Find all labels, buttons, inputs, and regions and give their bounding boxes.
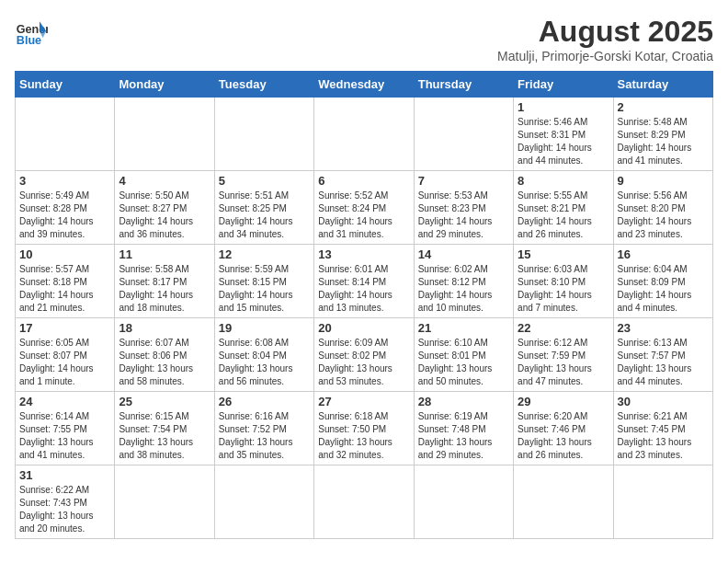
day-number: 30	[618, 395, 709, 408]
calendar-cell: 21Sunrise: 6:10 AM Sunset: 8:01 PM Dayli…	[414, 318, 513, 392]
day-info: Sunrise: 6:12 AM Sunset: 7:59 PM Dayligh…	[518, 337, 609, 388]
calendar-cell: 9Sunrise: 5:56 AM Sunset: 8:20 PM Daylig…	[613, 171, 712, 245]
day-info: Sunrise: 5:55 AM Sunset: 8:21 PM Dayligh…	[518, 190, 609, 241]
day-info: Sunrise: 6:02 AM Sunset: 8:12 PM Dayligh…	[418, 263, 509, 315]
day-number: 27	[318, 395, 409, 408]
calendar-cell	[115, 98, 214, 171]
calendar-cell: 19Sunrise: 6:08 AM Sunset: 8:04 PM Dayli…	[214, 318, 313, 392]
calendar-cell: 29Sunrise: 6:20 AM Sunset: 7:46 PM Dayli…	[514, 392, 613, 465]
day-number: 7	[418, 174, 509, 188]
calendar-cell	[214, 98, 313, 171]
calendar-cell: 8Sunrise: 5:55 AM Sunset: 8:21 PM Daylig…	[514, 171, 613, 245]
calendar-cell: 22Sunrise: 6:12 AM Sunset: 7:59 PM Dayli…	[514, 318, 613, 392]
day-info: Sunrise: 6:20 AM Sunset: 7:46 PM Dayligh…	[518, 410, 609, 462]
calendar-cell: 6Sunrise: 5:52 AM Sunset: 8:24 PM Daylig…	[314, 171, 414, 245]
calendar-cell: 2Sunrise: 5:48 AM Sunset: 8:29 PM Daylig…	[613, 98, 712, 171]
calendar-body: 1Sunrise: 5:46 AM Sunset: 8:31 PM Daylig…	[16, 98, 713, 539]
day-number: 6	[318, 174, 409, 188]
page-header: General Blue August 2025 Matulji, Primor…	[15, 15, 713, 63]
day-number: 20	[318, 321, 409, 335]
day-info: Sunrise: 6:01 AM Sunset: 8:14 PM Dayligh…	[318, 263, 409, 315]
calendar-cell: 25Sunrise: 6:15 AM Sunset: 7:54 PM Dayli…	[115, 392, 214, 465]
day-info: Sunrise: 5:48 AM Sunset: 8:29 PM Dayligh…	[618, 116, 709, 167]
day-number: 18	[119, 321, 210, 335]
header-sunday: Sunday	[16, 72, 115, 98]
calendar-week-row: 24Sunrise: 6:14 AM Sunset: 7:55 PM Dayli…	[16, 392, 713, 465]
calendar-cell	[115, 465, 214, 539]
day-info: Sunrise: 6:04 AM Sunset: 8:09 PM Dayligh…	[618, 263, 709, 315]
calendar-cell: 24Sunrise: 6:14 AM Sunset: 7:55 PM Dayli…	[16, 392, 115, 465]
day-number: 14	[418, 247, 509, 261]
calendar-week-row: 3Sunrise: 5:49 AM Sunset: 8:28 PM Daylig…	[16, 171, 713, 245]
day-info: Sunrise: 5:50 AM Sunset: 8:27 PM Dayligh…	[119, 190, 210, 241]
calendar-cell: 20Sunrise: 6:09 AM Sunset: 8:02 PM Dayli…	[314, 318, 414, 392]
day-number: 13	[318, 247, 409, 261]
calendar-cell	[16, 98, 115, 171]
day-info: Sunrise: 6:21 AM Sunset: 7:45 PM Dayligh…	[618, 410, 709, 462]
calendar-cell: 31Sunrise: 6:22 AM Sunset: 7:43 PM Dayli…	[16, 465, 115, 539]
day-info: Sunrise: 6:18 AM Sunset: 7:50 PM Dayligh…	[318, 410, 409, 462]
calendar-cell: 12Sunrise: 5:59 AM Sunset: 8:15 PM Dayli…	[214, 245, 313, 318]
calendar-subtitle: Matulji, Primorje-Gorski Kotar, Croatia	[497, 49, 713, 63]
calendar-cell	[414, 465, 513, 539]
day-info: Sunrise: 6:16 AM Sunset: 7:52 PM Dayligh…	[219, 410, 310, 462]
calendar-cell: 1Sunrise: 5:46 AM Sunset: 8:31 PM Daylig…	[514, 98, 613, 171]
header-monday: Monday	[115, 72, 214, 98]
calendar-cell	[314, 98, 414, 171]
day-number: 24	[19, 395, 110, 408]
header-row: Sunday Monday Tuesday Wednesday Thursday…	[16, 72, 713, 98]
day-info: Sunrise: 5:56 AM Sunset: 8:20 PM Dayligh…	[618, 190, 709, 241]
calendar-cell	[214, 465, 313, 539]
day-info: Sunrise: 5:58 AM Sunset: 8:17 PM Dayligh…	[119, 263, 210, 315]
calendar-week-row: 10Sunrise: 5:57 AM Sunset: 8:18 PM Dayli…	[16, 245, 713, 318]
day-info: Sunrise: 6:05 AM Sunset: 8:07 PM Dayligh…	[19, 337, 110, 388]
day-info: Sunrise: 5:49 AM Sunset: 8:28 PM Dayligh…	[19, 190, 110, 241]
day-number: 1	[518, 100, 609, 114]
day-number: 4	[119, 174, 210, 188]
day-info: Sunrise: 6:10 AM Sunset: 8:01 PM Dayligh…	[418, 337, 509, 388]
day-info: Sunrise: 6:15 AM Sunset: 7:54 PM Dayligh…	[119, 410, 210, 462]
calendar-cell: 13Sunrise: 6:01 AM Sunset: 8:14 PM Dayli…	[314, 245, 414, 318]
svg-text:Blue: Blue	[17, 34, 41, 47]
header-thursday: Thursday	[414, 72, 513, 98]
day-info: Sunrise: 6:22 AM Sunset: 7:43 PM Dayligh…	[19, 484, 110, 535]
day-info: Sunrise: 6:09 AM Sunset: 8:02 PM Dayligh…	[318, 337, 409, 388]
calendar-cell: 26Sunrise: 6:16 AM Sunset: 7:52 PM Dayli…	[214, 392, 313, 465]
day-number: 21	[418, 321, 509, 335]
day-info: Sunrise: 5:53 AM Sunset: 8:23 PM Dayligh…	[418, 190, 509, 241]
calendar-week-row: 31Sunrise: 6:22 AM Sunset: 7:43 PM Dayli…	[16, 465, 713, 539]
calendar-cell	[414, 98, 513, 171]
day-number: 3	[19, 174, 110, 188]
calendar-cell: 14Sunrise: 6:02 AM Sunset: 8:12 PM Dayli…	[414, 245, 513, 318]
header-wednesday: Wednesday	[314, 72, 414, 98]
day-number: 9	[618, 174, 709, 188]
day-number: 23	[618, 321, 709, 335]
calendar-cell	[613, 465, 712, 539]
calendar-cell: 15Sunrise: 6:03 AM Sunset: 8:10 PM Dayli…	[514, 245, 613, 318]
calendar-week-row: 1Sunrise: 5:46 AM Sunset: 8:31 PM Daylig…	[16, 98, 713, 171]
day-info: Sunrise: 6:08 AM Sunset: 8:04 PM Dayligh…	[219, 337, 310, 388]
day-number: 16	[618, 247, 709, 261]
day-info: Sunrise: 5:51 AM Sunset: 8:25 PM Dayligh…	[219, 190, 310, 241]
calendar-cell: 18Sunrise: 6:07 AM Sunset: 8:06 PM Dayli…	[115, 318, 214, 392]
day-number: 19	[219, 321, 310, 335]
day-info: Sunrise: 5:46 AM Sunset: 8:31 PM Dayligh…	[518, 116, 609, 167]
day-number: 17	[19, 321, 110, 335]
day-info: Sunrise: 5:52 AM Sunset: 8:24 PM Dayligh…	[318, 190, 409, 241]
calendar-cell: 11Sunrise: 5:58 AM Sunset: 8:17 PM Dayli…	[115, 245, 214, 318]
day-number: 10	[19, 247, 110, 261]
day-info: Sunrise: 5:59 AM Sunset: 8:15 PM Dayligh…	[219, 263, 310, 315]
day-number: 2	[618, 100, 709, 114]
calendar-week-row: 17Sunrise: 6:05 AM Sunset: 8:07 PM Dayli…	[16, 318, 713, 392]
day-number: 29	[518, 395, 609, 408]
calendar-cell: 27Sunrise: 6:18 AM Sunset: 7:50 PM Dayli…	[314, 392, 414, 465]
calendar-cell: 16Sunrise: 6:04 AM Sunset: 8:09 PM Dayli…	[613, 245, 712, 318]
day-number: 5	[219, 174, 310, 188]
calendar-cell: 5Sunrise: 5:51 AM Sunset: 8:25 PM Daylig…	[214, 171, 313, 245]
calendar-cell: 30Sunrise: 6:21 AM Sunset: 7:45 PM Dayli…	[613, 392, 712, 465]
day-number: 12	[219, 247, 310, 261]
header-saturday: Saturday	[613, 72, 712, 98]
calendar-cell	[514, 465, 613, 539]
day-number: 15	[518, 247, 609, 261]
calendar-table: Sunday Monday Tuesday Wednesday Thursday…	[15, 71, 713, 539]
